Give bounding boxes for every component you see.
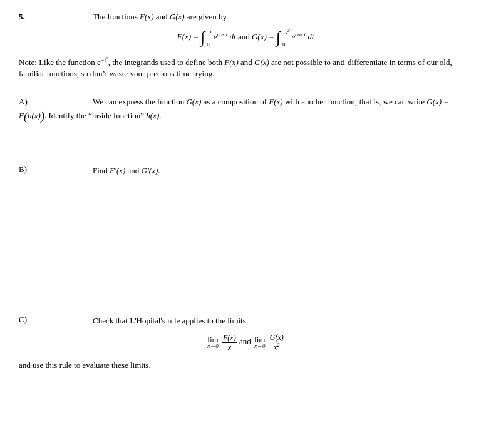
eq-and: and xyxy=(238,32,252,41)
int-upper-g: x2 xyxy=(285,29,290,36)
note-exp-base: −t xyxy=(101,57,106,63)
part-a-suffix: . Identify the “inside function” h(x). xyxy=(44,111,162,120)
lim1: lim x→0 xyxy=(207,335,219,349)
problem-intro: The functions F(x) and G(x) are given by xyxy=(93,13,472,21)
eq-g-lhs: G(x) = xyxy=(252,32,276,41)
part-b-period: . xyxy=(158,166,160,175)
part-a-gx: G(x) xyxy=(186,97,201,106)
note-block: Note: Like the function e−t2, the integr… xyxy=(19,56,472,79)
part-a: A)We can express the function G(x) as a … xyxy=(19,96,472,159)
part-a-body: A)We can express the function G(x) as a … xyxy=(19,96,472,125)
frac1-den: x xyxy=(222,343,237,351)
part-c-closing: and use this rule to evaluate these limi… xyxy=(19,361,472,369)
eq-f-lhs: F(x) = xyxy=(177,32,201,41)
part-c-label: C) xyxy=(19,315,93,323)
int-upper-f: x xyxy=(209,29,212,34)
defining-equation: F(x) = ∫ x 0 ecos t dt and G(x) = ∫ x2 0… xyxy=(19,29,472,46)
part-b-and: and xyxy=(125,166,141,175)
integral-sign-g: ∫ xyxy=(276,29,281,46)
part-b-g-prime: G′(x) xyxy=(142,166,158,175)
integrand-exp-f: cos t xyxy=(217,31,228,38)
part-b-header: B) Find F′(x) and G′(x). xyxy=(19,165,472,177)
frac1-num: F(x) xyxy=(222,334,237,343)
frac1: F(x) x xyxy=(222,334,237,351)
intro-suffix: are given by xyxy=(185,12,227,21)
int-lower-g: 0 xyxy=(282,42,286,48)
part-c-header: C) Check that L'Hopital's rule applies t… xyxy=(19,315,472,327)
integral-g: ∫ x2 0 xyxy=(276,29,281,46)
part-c: C) Check that L'Hopital's rule applies t… xyxy=(19,315,472,369)
intro-fx: F(x) xyxy=(140,12,153,21)
part-c-and: and xyxy=(239,337,253,346)
integrand-f: ecos t dt xyxy=(214,32,238,41)
part-b-content: Find F′(x) and G′(x). xyxy=(93,165,472,177)
note-exp: −t2 xyxy=(101,57,108,63)
intro-text-prefix: The functions xyxy=(93,12,140,21)
part-c-content: Check that L'Hopital's rule applies to t… xyxy=(93,315,472,327)
frac2-den-exp: 2 xyxy=(277,342,279,348)
integrand-exp-g: cos t xyxy=(295,31,306,38)
part-b-label: B) xyxy=(19,165,93,173)
lim1-sub: x→0 xyxy=(207,344,219,349)
intro-and1: and xyxy=(153,12,169,21)
lim2: lim x→0 xyxy=(254,335,266,349)
part-a-line1-pre: We can express the function xyxy=(93,97,186,106)
part-b-find: Find xyxy=(93,166,110,175)
intro-gx: G(x) xyxy=(170,12,185,21)
part-c-limits: lim x→0 F(x) x and lim x→0 G(x) x2 xyxy=(19,333,472,351)
note-prefix: Note: Like the function e xyxy=(19,58,101,67)
problem-header: 5. The functions F(x) and G(x) are given… xyxy=(19,13,472,21)
frac2: G(x) x2 xyxy=(269,333,285,351)
int-upper-g-exp: 2 xyxy=(287,28,290,33)
part-a-line1-suf: with another function; that is, we can w… xyxy=(283,97,427,106)
integrand-g: ecos t dt xyxy=(291,32,314,41)
integral-sign-f: ∫ xyxy=(200,29,205,46)
integrand-dt-f: dt xyxy=(227,32,235,41)
integrand-dt-g: dt xyxy=(306,32,314,41)
part-a-line1-mid: as a composition of xyxy=(201,97,269,106)
frac2-num: G(x) xyxy=(269,333,285,342)
lim2-sub: x→0 xyxy=(254,344,266,349)
integral-f: ∫ x 0 xyxy=(200,29,205,46)
part-a-label: A) xyxy=(19,96,93,108)
frac2-den: x2 xyxy=(269,342,285,351)
part-a-fx: F(x) xyxy=(269,97,282,106)
int-lower-f: 0 xyxy=(207,42,210,48)
part-b-f-prime: F′(x) xyxy=(110,166,125,175)
part-b: B) Find F′(x) and G′(x). xyxy=(19,165,472,309)
problem-number: 5. xyxy=(19,13,93,21)
part-a-hx: h(x) xyxy=(28,111,41,120)
